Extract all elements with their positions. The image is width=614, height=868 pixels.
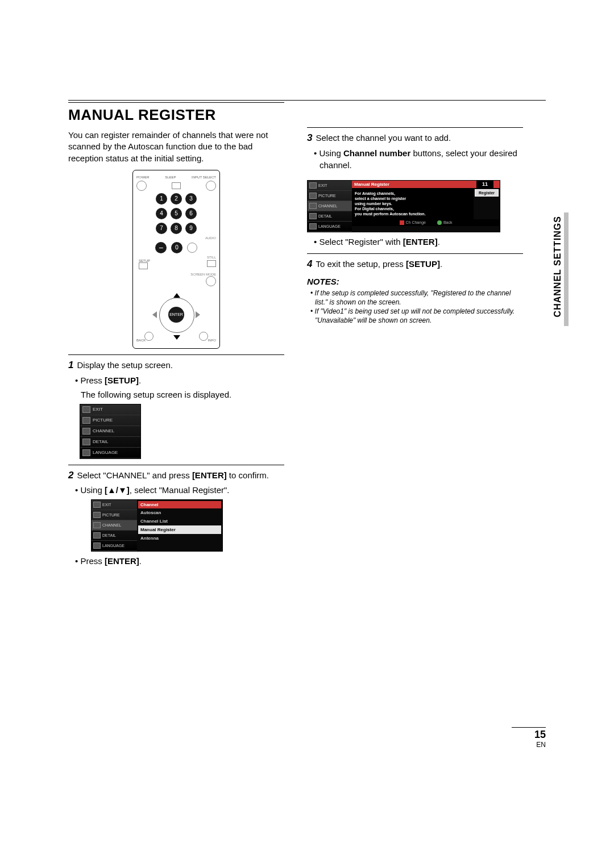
step-2-bullet-2: Press [ENTER]. xyxy=(81,555,284,567)
note-1: If the setup is completed successfully, … xyxy=(315,289,523,307)
menu-icon xyxy=(93,502,101,508)
menu-icon xyxy=(93,532,101,539)
remote-sleep-button xyxy=(172,182,181,189)
osd-channel-header: Channel xyxy=(138,501,221,508)
menu-icon xyxy=(309,203,317,209)
remote-key-minus: − xyxy=(155,242,167,253)
page-number-block: 15 EN xyxy=(512,727,546,749)
remote-key-4: 4 xyxy=(156,208,167,219)
page-number: 15 xyxy=(512,729,546,741)
remote-key-9: 9 xyxy=(185,223,197,234)
menu-icon xyxy=(309,193,317,199)
menu-icon xyxy=(82,449,90,456)
step-2-bullet-1: Using [▲/▼], select "Manual Register". xyxy=(81,484,284,496)
step-rule xyxy=(307,253,523,254)
step-number: 3 xyxy=(307,132,312,143)
page-lang: EN xyxy=(512,741,546,749)
step-number: 2 xyxy=(68,470,73,481)
menu-icon xyxy=(93,542,101,549)
menu-icon xyxy=(82,428,90,435)
remote-key-2: 2 xyxy=(171,193,182,205)
remote-key-6: 6 xyxy=(185,208,197,219)
remote-key-1: 1 xyxy=(156,193,167,205)
menu-icon xyxy=(309,213,317,219)
menu-icon xyxy=(309,182,317,189)
osd-manual-register: 11 EXIT PICTURE CHANNEL DETAIL LANGUAGE … xyxy=(307,180,500,232)
step-3-bullet-2: Select "Register" with [ENTER]. xyxy=(320,236,523,248)
remote-key-8: 8 xyxy=(171,223,182,234)
osd-channel-menu: EXIT PICTURE CHANNEL DETAIL LANGUAGE Cha… xyxy=(91,499,223,552)
osd-channel-badge: 11 xyxy=(476,180,493,188)
remote-back-label: BACK xyxy=(136,339,146,342)
menu-icon xyxy=(82,406,90,413)
right-column: 3Select the channel you want to add. Usi… xyxy=(307,102,523,567)
page-top-rule xyxy=(68,100,546,101)
left-column: MANUAL REGISTER You can register remaind… xyxy=(68,102,284,567)
osd-mr-message: For Analog channels, select a channel to… xyxy=(352,188,474,219)
remote-dpad: ENTER xyxy=(148,292,205,337)
section-rule xyxy=(68,102,284,103)
menu-icon xyxy=(82,417,90,424)
remote-info-button xyxy=(199,332,208,341)
side-tab-label: CHANNEL SETTINGS xyxy=(553,216,563,317)
menu-icon xyxy=(82,439,90,445)
step-3-bullet-1: Using Channel number buttons, select you… xyxy=(320,147,523,171)
step-1-line-2: The following setup screen is displayed. xyxy=(81,389,284,400)
remote-setup-label: SETUP xyxy=(139,259,150,262)
step-rule xyxy=(68,354,284,355)
remote-key-7: 7 xyxy=(156,223,167,234)
remote-setup-button xyxy=(139,262,148,269)
osd-register-button: Register xyxy=(475,189,499,197)
step-3: 3Select the channel you want to add. xyxy=(307,131,523,145)
remote-keypad: 1 2 3 4 5 6 7 8 9 xyxy=(136,193,216,234)
remote-power-button xyxy=(136,181,147,191)
intro-text: You can register remainder of channels t… xyxy=(68,130,284,164)
step-1-text: Display the setup screen. xyxy=(77,360,172,370)
step-rule xyxy=(68,465,284,465)
osd-mr-footer: Ch Change Back xyxy=(352,219,500,226)
menu-icon xyxy=(309,223,317,229)
step-1-bullet-1: Press [SETUP]. xyxy=(81,374,284,386)
osd-opt-channellist: Channel List xyxy=(138,517,221,525)
remote-right-icon xyxy=(196,311,200,318)
remote-screenmode-button xyxy=(206,276,216,286)
step-number: 1 xyxy=(68,360,73,370)
step-number: 4 xyxy=(307,258,312,269)
osd-opt-antenna: Antenna xyxy=(138,534,221,542)
remote-left-icon xyxy=(152,311,157,318)
remote-enter-button: ENTER xyxy=(168,307,184,323)
remote-key-5: 5 xyxy=(171,208,182,219)
remote-key-3: 3 xyxy=(185,193,197,205)
step-2: 2Select "CHANNEL" and press [ENTER] to c… xyxy=(68,469,284,482)
osd-opt-manualregister: Manual Register xyxy=(138,525,221,534)
remote-audio-label: AUDIO xyxy=(205,236,216,240)
remote-input-button xyxy=(206,181,216,191)
keypad-hint-icon xyxy=(400,220,404,225)
side-tab: CHANNEL SETTINGS xyxy=(553,216,569,329)
remote-audio-button xyxy=(187,243,197,253)
remote-sleep-label: SLEEP xyxy=(165,176,176,179)
remote-back-button xyxy=(144,332,154,341)
osd-setup-menu: EXIT PICTURE CHANNEL DETAIL LANGUAGE xyxy=(80,404,141,459)
remote-still-button xyxy=(207,260,216,267)
remote-up-icon xyxy=(173,293,180,298)
step-4: 4To exit the setup, press [SETUP]. xyxy=(307,257,523,271)
section-title: MANUAL REGISTER xyxy=(68,106,284,124)
note-2: If "Video1" is being used set up will no… xyxy=(315,307,523,325)
step-rule xyxy=(307,127,523,128)
osd-opt-autoscan: Autoscan xyxy=(138,508,221,517)
remote-screen-label: SCREEN MODE xyxy=(190,273,216,276)
remote-info-label: INFO xyxy=(208,339,216,342)
back-hint-icon xyxy=(437,220,442,225)
remote-input-label: INPUT SELECT xyxy=(192,176,216,179)
menu-icon xyxy=(93,512,101,518)
remote-key-0: 0 xyxy=(171,242,182,253)
remote-down-icon xyxy=(173,335,180,340)
menu-icon xyxy=(93,522,101,528)
remote-power-label: POWER xyxy=(136,176,150,179)
notes-heading: NOTES: xyxy=(307,277,523,286)
remote-illustration: POWER SLEEP INPUT SELECT 1 2 3 4 5 6 7 xyxy=(132,170,220,349)
step-1: 1Display the setup screen. xyxy=(68,358,284,372)
